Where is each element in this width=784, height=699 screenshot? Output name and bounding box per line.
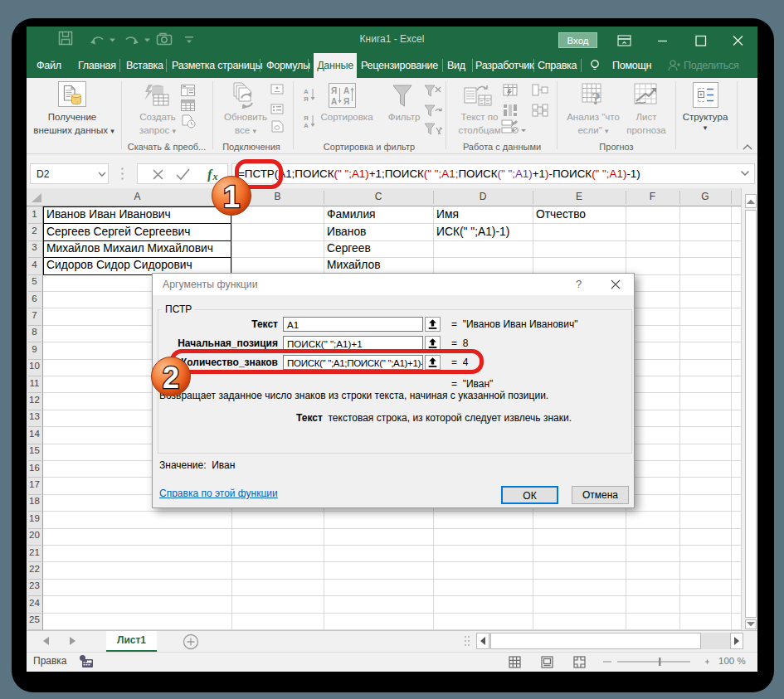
- svg-text:Я: Я: [304, 114, 309, 122]
- svg-text:Я: Я: [343, 97, 349, 106]
- svg-text:?: ?: [592, 88, 601, 109]
- svg-text:Я: Я: [304, 95, 309, 103]
- svg-text:Я: Я: [331, 86, 337, 95]
- svg-text:2: 2: [163, 361, 179, 395]
- svg-text:А: А: [331, 97, 337, 106]
- svg-text:1: 1: [223, 180, 240, 214]
- svg-text:А: А: [343, 86, 349, 95]
- svg-text:А: А: [304, 122, 309, 129]
- svg-text:А: А: [304, 88, 309, 95]
